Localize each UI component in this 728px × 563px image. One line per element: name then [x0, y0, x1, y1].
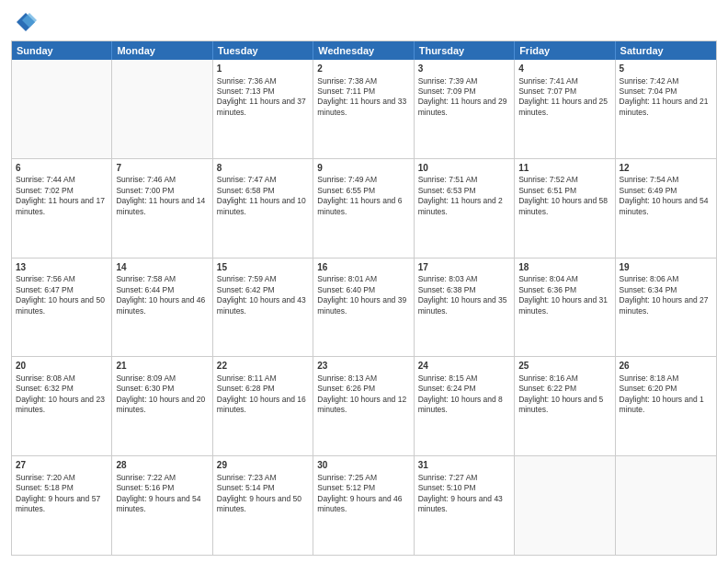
header-day-wednesday: Wednesday	[313, 41, 414, 60]
day-info: Sunrise: 7:38 AM	[317, 76, 409, 86]
day-info: Daylight: 11 hours and 6 minutes.	[317, 196, 409, 217]
calendar-cell	[112, 60, 212, 158]
header	[11, 9, 717, 35]
day-number: 10	[418, 162, 510, 175]
header-day-thursday: Thursday	[415, 41, 515, 60]
calendar-cell: 17Sunrise: 8:03 AMSunset: 6:38 PMDayligh…	[415, 259, 515, 357]
day-info: Sunrise: 7:47 AM	[217, 175, 309, 185]
calendar-cell: 11Sunrise: 7:52 AMSunset: 6:51 PMDayligh…	[515, 159, 615, 258]
day-number: 19	[620, 261, 712, 274]
calendar-cell: 6Sunrise: 7:44 AMSunset: 7:02 PMDaylight…	[12, 159, 112, 258]
page: SundayMondayTuesdayWednesdayThursdayFrid…	[0, 0, 728, 563]
day-info: Daylight: 10 hours and 43 minutes.	[217, 295, 309, 316]
day-info: Sunrise: 7:25 AM	[317, 473, 409, 483]
day-number: 1	[217, 63, 309, 75]
day-info: Daylight: 9 hours and 57 minutes.	[16, 494, 108, 515]
day-info: Sunrise: 8:13 AM	[317, 373, 409, 384]
calendar-cell: 9Sunrise: 7:49 AMSunset: 6:55 PMDaylight…	[313, 159, 414, 258]
day-info: Sunset: 6:22 PM	[518, 384, 610, 394]
day-number: 12	[620, 162, 712, 175]
calendar-cell: 31Sunrise: 7:27 AMSunset: 5:10 PMDayligh…	[415, 456, 515, 555]
calendar-row-1: 1Sunrise: 7:36 AMSunset: 7:13 PMDaylight…	[12, 60, 716, 159]
day-info: Sunset: 6:32 PM	[16, 384, 108, 394]
day-info: Daylight: 9 hours and 54 minutes.	[116, 494, 208, 515]
day-info: Sunset: 6:38 PM	[418, 285, 510, 295]
calendar-cell: 22Sunrise: 8:11 AMSunset: 6:28 PMDayligh…	[213, 357, 313, 455]
day-number: 30	[317, 459, 409, 472]
calendar-cell: 3Sunrise: 7:39 AMSunset: 7:09 PMDaylight…	[415, 60, 515, 158]
day-number: 28	[116, 459, 208, 472]
day-info: Sunset: 6:51 PM	[518, 186, 610, 196]
day-number: 11	[518, 162, 610, 175]
day-info: Sunset: 7:11 PM	[317, 86, 409, 97]
header-day-friday: Friday	[515, 41, 615, 60]
calendar-cell: 20Sunrise: 8:08 AMSunset: 6:32 PMDayligh…	[12, 357, 112, 455]
day-info: Sunset: 7:00 PM	[116, 186, 208, 196]
day-info: Sunset: 6:47 PM	[16, 285, 108, 295]
day-info: Sunset: 6:34 PM	[620, 285, 712, 295]
day-number: 26	[620, 360, 712, 373]
day-info: Sunrise: 7:23 AM	[217, 473, 309, 483]
day-info: Sunset: 6:58 PM	[217, 186, 309, 196]
day-number: 27	[16, 459, 108, 472]
day-number: 5	[620, 63, 712, 75]
calendar-cell: 1Sunrise: 7:36 AMSunset: 7:13 PMDaylight…	[213, 60, 313, 158]
day-info: Sunset: 6:55 PM	[317, 186, 409, 196]
calendar-cell: 16Sunrise: 8:01 AMSunset: 6:40 PMDayligh…	[313, 259, 414, 357]
day-info: Daylight: 11 hours and 33 minutes.	[317, 97, 409, 118]
calendar-cell: 25Sunrise: 8:16 AMSunset: 6:22 PMDayligh…	[515, 357, 615, 455]
day-number: 17	[418, 261, 510, 274]
day-info: Daylight: 11 hours and 29 minutes.	[418, 97, 510, 118]
calendar-cell: 27Sunrise: 7:20 AMSunset: 5:18 PMDayligh…	[12, 456, 112, 555]
calendar-cell: 14Sunrise: 7:58 AMSunset: 6:44 PMDayligh…	[112, 259, 212, 357]
day-info: Sunset: 6:49 PM	[620, 186, 712, 196]
day-info: Sunrise: 7:20 AM	[16, 473, 108, 483]
day-info: Sunrise: 7:51 AM	[418, 175, 510, 185]
day-info: Sunrise: 7:22 AM	[116, 473, 208, 483]
day-number: 16	[317, 261, 409, 274]
calendar-cell: 10Sunrise: 7:51 AMSunset: 6:53 PMDayligh…	[415, 159, 515, 258]
day-info: Sunrise: 7:58 AM	[116, 274, 208, 284]
calendar-cell	[12, 60, 112, 158]
day-number: 13	[16, 261, 108, 274]
day-info: Sunrise: 7:56 AM	[16, 274, 108, 284]
day-number: 22	[217, 360, 309, 373]
day-info: Sunset: 5:16 PM	[116, 483, 208, 493]
day-number: 20	[16, 360, 108, 373]
day-info: Sunrise: 8:18 AM	[620, 373, 712, 384]
day-number: 14	[116, 261, 208, 274]
day-info: Sunset: 7:02 PM	[16, 186, 108, 196]
day-number: 29	[217, 459, 309, 472]
day-info: Daylight: 11 hours and 14 minutes.	[116, 196, 208, 217]
day-info: Sunset: 7:09 PM	[418, 86, 510, 97]
calendar-body: 1Sunrise: 7:36 AMSunset: 7:13 PMDaylight…	[12, 60, 716, 555]
day-info: Daylight: 10 hours and 46 minutes.	[116, 295, 208, 316]
day-info: Sunrise: 7:41 AM	[518, 76, 610, 86]
logo	[11, 9, 39, 35]
day-info: Sunrise: 8:06 AM	[620, 274, 712, 284]
day-info: Daylight: 11 hours and 25 minutes.	[518, 97, 610, 118]
day-info: Daylight: 10 hours and 39 minutes.	[317, 295, 409, 316]
day-info: Daylight: 9 hours and 50 minutes.	[217, 494, 309, 515]
day-info: Sunrise: 7:49 AM	[317, 175, 409, 185]
calendar-cell: 12Sunrise: 7:54 AMSunset: 6:49 PMDayligh…	[616, 159, 716, 258]
calendar-cell: 21Sunrise: 8:09 AMSunset: 6:30 PMDayligh…	[112, 357, 212, 455]
day-info: Sunset: 6:20 PM	[620, 384, 712, 394]
header-day-sunday: Sunday	[12, 41, 112, 60]
day-info: Daylight: 10 hours and 23 minutes.	[16, 395, 108, 416]
calendar-header: SundayMondayTuesdayWednesdayThursdayFrid…	[12, 41, 716, 60]
calendar-cell: 29Sunrise: 7:23 AMSunset: 5:14 PMDayligh…	[213, 456, 313, 555]
logo-icon	[11, 9, 37, 35]
day-info: Daylight: 10 hours and 5 minutes.	[518, 395, 610, 416]
day-number: 25	[518, 360, 610, 373]
calendar-cell: 5Sunrise: 7:42 AMSunset: 7:04 PMDaylight…	[616, 60, 716, 158]
day-info: Daylight: 9 hours and 46 minutes.	[317, 494, 409, 515]
calendar-cell: 19Sunrise: 8:06 AMSunset: 6:34 PMDayligh…	[616, 259, 716, 357]
day-info: Daylight: 11 hours and 10 minutes.	[217, 196, 309, 217]
calendar-row-5: 27Sunrise: 7:20 AMSunset: 5:18 PMDayligh…	[12, 456, 716, 555]
calendar-cell: 30Sunrise: 7:25 AMSunset: 5:12 PMDayligh…	[313, 456, 414, 555]
day-info: Sunrise: 8:15 AM	[418, 373, 510, 384]
calendar-cell: 18Sunrise: 8:04 AMSunset: 6:36 PMDayligh…	[515, 259, 615, 357]
calendar-cell: 13Sunrise: 7:56 AMSunset: 6:47 PMDayligh…	[12, 259, 112, 357]
day-info: Sunrise: 7:59 AM	[217, 274, 309, 284]
